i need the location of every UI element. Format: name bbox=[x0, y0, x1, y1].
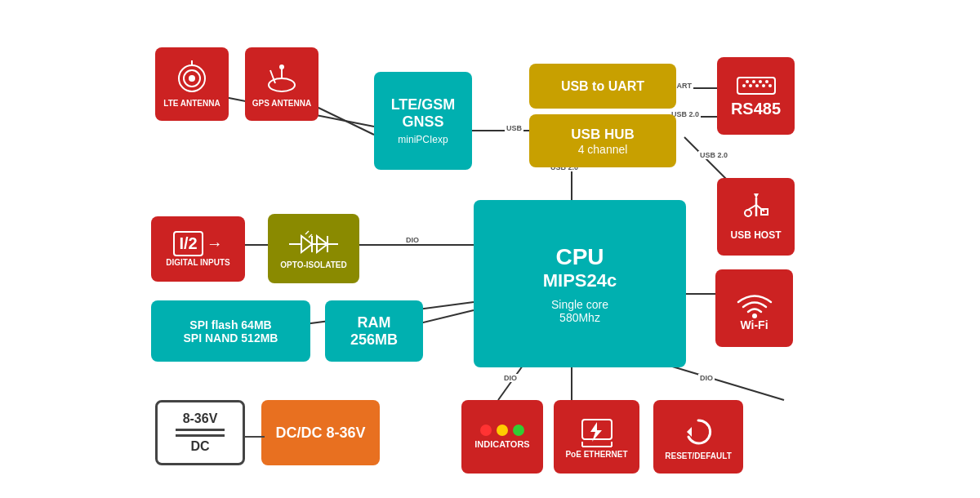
spi-flash-block: SPI flash 64MB SPI NAND 512MB bbox=[151, 300, 310, 362]
lte-gsm-block: LTE/GSM GNSS miniPCIexp bbox=[374, 72, 472, 170]
lte-antenna-icon bbox=[174, 60, 210, 96]
cpu-block: CPU MIPS24c Single core 580Mhz bbox=[474, 200, 686, 367]
indicator-dot-red bbox=[480, 425, 492, 436]
usb-host-block: USB HOST bbox=[717, 178, 795, 256]
wifi-icon bbox=[734, 286, 775, 318]
digital-inputs-icon: I/2 → bbox=[173, 231, 222, 256]
svg-marker-56 bbox=[687, 427, 692, 437]
gps-antenna-block: GPS ANTENNA bbox=[245, 47, 318, 121]
poe-ethernet-icon bbox=[579, 416, 615, 448]
rs485-block: RS485 bbox=[717, 57, 795, 135]
opto-isolated-block: OPTO-ISOLATED bbox=[268, 214, 359, 283]
usb-uart-block: USB to UART bbox=[529, 64, 676, 109]
lte-gsm-line3: miniPCIexp bbox=[398, 134, 448, 145]
cpu-line1: CPU bbox=[555, 244, 604, 270]
cpu-line2: MIPS24c bbox=[543, 270, 617, 291]
dc-input-block: 8-36V DC bbox=[155, 400, 245, 465]
spi-flash-line2: SPI NAND 512MB bbox=[184, 331, 278, 345]
gps-antenna-label: GPS ANTENNA bbox=[252, 99, 311, 108]
svg-point-21 bbox=[269, 78, 295, 91]
usb-hub-block: USB HUB 4 channel bbox=[529, 114, 676, 167]
dcdc-label: DC/DC 8-36V bbox=[275, 425, 365, 442]
spi-flash-line1: SPI flash 64MB bbox=[189, 318, 271, 331]
diagram: UART USB 2.0 USB USB 2.0 USB 2.0 DIO DIO… bbox=[0, 0, 980, 498]
svg-point-30 bbox=[768, 84, 772, 87]
opto-isolated-label: OPTO-ISOLATED bbox=[280, 260, 346, 269]
ram-line2: 256MB bbox=[350, 331, 398, 349]
svg-marker-40 bbox=[754, 193, 759, 198]
svg-point-29 bbox=[762, 84, 765, 87]
usb-host-icon bbox=[742, 193, 771, 226]
rs485-label: RS485 bbox=[731, 100, 781, 118]
usb-hub-line2: 4 channel bbox=[578, 143, 628, 156]
svg-line-16 bbox=[498, 366, 523, 400]
usb-uart-label: USB to UART bbox=[561, 79, 644, 94]
reset-icon bbox=[680, 414, 716, 450]
svg-line-36 bbox=[748, 205, 756, 210]
digital-inputs-block: I/2 → DIGITAL INPUTS bbox=[151, 216, 245, 282]
svg-point-34 bbox=[765, 80, 768, 83]
cpu-line3: Single core bbox=[551, 298, 608, 311]
dio-label-1: DIO bbox=[404, 236, 421, 244]
indicator-dot-yellow bbox=[497, 425, 508, 436]
ram-block: RAM 256MB bbox=[325, 300, 423, 362]
usb20-label-3: USB 2.0 bbox=[698, 151, 729, 159]
opto-isolated-icon bbox=[289, 228, 338, 260]
svg-point-26 bbox=[742, 84, 746, 87]
rs485-icon bbox=[736, 73, 777, 98]
indicators-label: INDICATORS bbox=[474, 439, 529, 449]
dc-input-line2: DC bbox=[190, 439, 209, 454]
indicator-dots bbox=[480, 425, 524, 436]
wifi-block: Wi-Fi bbox=[715, 269, 793, 347]
svg-point-33 bbox=[759, 80, 762, 83]
dio-label-2: DIO bbox=[502, 374, 519, 382]
svg-line-15 bbox=[670, 366, 784, 400]
svg-point-28 bbox=[755, 84, 759, 87]
svg-point-31 bbox=[746, 80, 749, 83]
wifi-label: Wi-Fi bbox=[740, 318, 768, 331]
ram-line1: RAM bbox=[358, 314, 391, 331]
svg-marker-42 bbox=[301, 236, 312, 252]
dc-input-line1: 8-36V bbox=[183, 411, 218, 426]
dcdc-block: DC/DC 8-36V bbox=[261, 400, 380, 465]
svg-point-24 bbox=[279, 64, 284, 69]
dio-label-3: DIO bbox=[698, 374, 715, 382]
dc-connector-line bbox=[245, 433, 265, 442]
svg-point-19 bbox=[189, 75, 195, 82]
cpu-line4: 580Mhz bbox=[559, 311, 600, 324]
svg-point-38 bbox=[745, 210, 751, 216]
svg-line-48 bbox=[305, 231, 309, 234]
usb-hub-line1: USB HUB bbox=[571, 127, 634, 143]
lte-gsm-line2: GNSS bbox=[402, 113, 443, 131]
lte-antenna-label: LTE ANTENNA bbox=[163, 99, 220, 108]
lte-antenna-block: LTE ANTENNA bbox=[155, 47, 229, 121]
reset-default-label: RESET/DEFAULT bbox=[665, 451, 731, 460]
poe-ethernet-block: PoE ETHERNET bbox=[554, 400, 639, 474]
svg-point-32 bbox=[752, 80, 755, 83]
svg-point-27 bbox=[749, 84, 752, 87]
digital-inputs-label: DIGITAL INPUTS bbox=[166, 258, 230, 267]
poe-ethernet-label: PoE ETHERNET bbox=[565, 450, 627, 459]
indicator-dot-green bbox=[513, 425, 524, 436]
indicators-block: INDICATORS bbox=[461, 400, 543, 474]
reset-default-block: RESET/DEFAULT bbox=[653, 400, 743, 474]
usb-label: USB bbox=[505, 124, 523, 132]
usb-host-label: USB HOST bbox=[730, 229, 781, 241]
gps-antenna-icon bbox=[264, 60, 300, 96]
lte-gsm-line1: LTE/GSM bbox=[391, 96, 456, 113]
